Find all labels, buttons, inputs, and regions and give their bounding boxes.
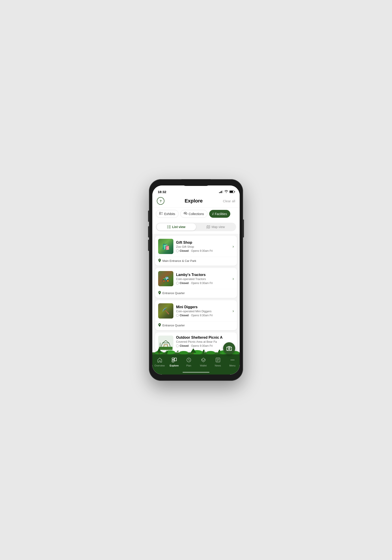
picnic-name: Outdoor Sheltered Picnic A <box>176 336 234 340</box>
svg-rect-23 <box>159 347 172 350</box>
wifi-icon <box>224 190 228 193</box>
opens-time: · <box>190 249 190 252</box>
gift-shop-info: Gift Shop Zoo Gift Shop Closed · Opens 9… <box>176 240 230 252</box>
camera-scan-icon <box>226 346 232 351</box>
gift-shop-location-text: Main Entrance & Car Park <box>162 259 196 262</box>
status-icons <box>219 190 234 193</box>
menu-icon <box>230 358 235 364</box>
facility-card-tractors[interactable]: Lamby's Tractors Coin-operated Tractors … <box>155 268 237 298</box>
svg-point-69 <box>231 360 232 360</box>
diggers-location: Entrance Quarter <box>155 321 237 330</box>
tab-collections[interactable]: Collections <box>180 210 207 218</box>
svg-point-70 <box>232 360 233 360</box>
overview-icon <box>157 358 162 364</box>
svg-rect-15 <box>162 343 169 343</box>
nav-item-wallet[interactable]: Wallet <box>196 356 211 368</box>
facility-card-diggers[interactable]: Mini Diggers Coin-operated Mini Diggers … <box>155 300 237 330</box>
status-bar: 18:32 <box>152 185 240 195</box>
location-pin-icon-tractors <box>158 291 161 295</box>
map-view-button[interactable]: Map view <box>196 223 235 230</box>
nav-item-plan[interactable]: Plan <box>181 356 196 368</box>
page-title: Explore <box>185 198 203 204</box>
tab-facilities[interactable]: i Facilities <box>209 210 231 218</box>
picnic-svg <box>159 336 172 350</box>
nav-item-menu[interactable]: Menu <box>225 356 240 368</box>
location-pin-icon-diggers <box>158 323 161 328</box>
picnic-desc: Covered Picnic Area at Bear Fa <box>176 340 234 343</box>
gift-shop-image <box>158 239 173 254</box>
tractors-location: Entrance Quarter <box>155 289 237 298</box>
filter-tabs: Exhibits Collections i Facilities <box>152 208 240 221</box>
diggers-closed-label: Closed <box>180 314 189 317</box>
signal-icon <box>219 190 223 193</box>
wallet-label: Wallet <box>200 364 207 367</box>
map-icon <box>207 225 210 229</box>
card-main-gift-shop: Gift Shop Zoo Gift Shop Closed · Opens 9… <box>155 236 237 257</box>
explore-icon <box>171 358 177 364</box>
diggers-status: Closed · Opens 9:30am Fri <box>176 314 230 317</box>
nav-item-explore[interactable]: Explore <box>167 356 181 368</box>
facility-card-gift-shop[interactable]: Gift Shop Zoo Gift Shop Closed · Opens 9… <box>155 236 237 266</box>
card-main-diggers: Mini Diggers Coin-operated Mini Diggers … <box>155 300 237 321</box>
picnic-image <box>158 336 173 351</box>
svg-line-22 <box>167 345 168 347</box>
svg-rect-0 <box>159 212 160 213</box>
chevron-right-icon: › <box>232 244 234 249</box>
opens-label: Opens 9:30am Fri <box>191 249 212 252</box>
status-time: 18:32 <box>158 190 166 194</box>
nav-item-news[interactable]: News <box>211 356 225 368</box>
diggers-location-text: Entrance Quarter <box>162 324 185 327</box>
home-indicator <box>182 372 210 373</box>
gift-shop-name: Gift Shop <box>176 240 230 245</box>
diggers-image <box>158 303 173 319</box>
svg-point-59 <box>229 348 230 349</box>
tractors-info: Lamby's Tractors Coin-operated Tractors … <box>176 273 230 285</box>
menu-label: Menu <box>229 364 236 367</box>
facilities-icon: i <box>212 212 213 216</box>
diggers-desc: Coin-operated Mini Diggers <box>176 310 230 313</box>
svg-line-17 <box>169 343 170 347</box>
news-icon <box>215 358 221 364</box>
phone-frame: 18:32 <box>149 179 243 381</box>
picnic-opens-label: Opens 9:30am Fri <box>191 344 212 347</box>
svg-line-21 <box>164 345 164 347</box>
plan-label: Plan <box>186 364 191 367</box>
news-label: News <box>215 364 221 367</box>
tractors-status: Closed · Opens 9:30am Fri <box>176 281 230 285</box>
clear-all-button[interactable]: Clear all <box>223 199 235 203</box>
status-dot-diggers <box>176 314 179 317</box>
collections-label: Collections <box>189 212 204 216</box>
tab-exhibits[interactable]: Exhibits <box>156 210 179 218</box>
plan-icon <box>186 358 191 364</box>
svg-point-71 <box>233 360 234 360</box>
facilities-label: Facilities <box>215 212 227 216</box>
chevron-right-icon-tractors: › <box>232 276 234 281</box>
list-icon <box>167 225 171 229</box>
view-toggle: List view Map view <box>152 221 240 234</box>
location-pin-icon <box>158 259 161 263</box>
list-view-button[interactable]: List view <box>157 223 196 230</box>
status-dot-picnic <box>176 344 179 347</box>
gift-shop-desc: Zoo Gift Shop <box>176 245 230 249</box>
header: ? Explore Clear all <box>152 195 240 208</box>
diggers-info: Mini Diggers Coin-operated Mini Diggers … <box>176 305 230 317</box>
overview-label: Overview <box>155 364 165 367</box>
status-dot <box>176 250 179 252</box>
svg-rect-6 <box>186 213 187 214</box>
explore-label: Explore <box>170 364 179 367</box>
diggers-opens-label: Opens 9:30am Fri <box>191 314 212 317</box>
status-dot-tractors <box>176 282 179 284</box>
battery-icon <box>229 190 234 193</box>
view-toggle-inner: List view Map view <box>156 223 236 231</box>
svg-rect-62 <box>172 360 174 362</box>
help-button[interactable]: ? <box>157 197 164 205</box>
svg-rect-61 <box>172 358 174 360</box>
nav-item-overview[interactable]: Overview <box>152 356 167 368</box>
phone-wrapper: 18:32 <box>142 172 250 388</box>
camera-scan-button[interactable] <box>223 342 235 354</box>
svg-line-16 <box>161 343 162 347</box>
svg-rect-60 <box>228 346 230 347</box>
diggers-name: Mini Diggers <box>176 305 230 309</box>
tractors-opens-label: Opens 9:30am Fri <box>191 281 212 285</box>
chevron-right-icon-diggers: › <box>232 309 234 313</box>
